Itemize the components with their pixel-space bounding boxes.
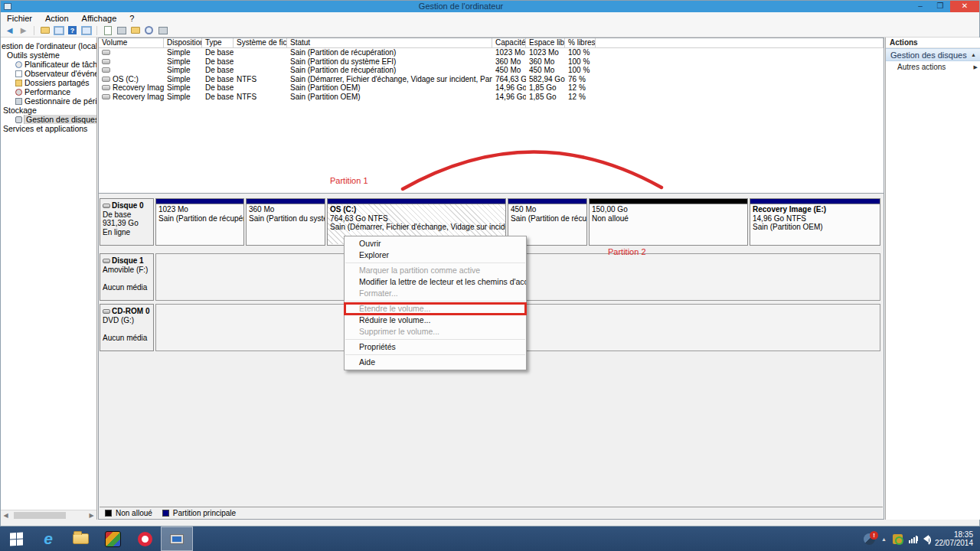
taskbar-opera-button[interactable] xyxy=(129,527,161,551)
tree-item-gestionnaire-peripheriques[interactable]: Gestionnaire de périphériques xyxy=(1,96,96,106)
tree-item-observateur[interactable]: Observateur d'événements xyxy=(1,69,96,78)
actions-pane-icon[interactable] xyxy=(80,25,92,36)
tree-item-planificateur[interactable]: Planificateur de tâches xyxy=(1,60,96,69)
menu-item-formater: Formater... xyxy=(345,288,526,299)
disk-type: De base xyxy=(103,210,151,220)
menu-item-aide[interactable]: Aide xyxy=(345,357,526,368)
table-row[interactable]: Recovery Image (E:) Simple De base Sain … xyxy=(99,83,884,93)
partition-recovery-1023[interactable]: 1023 Mo Sain (Partition de récupération) xyxy=(155,198,244,246)
menu-item-supprimer-volume: Supprimer le volume... xyxy=(345,326,526,337)
taskbar-explorer-button[interactable] xyxy=(64,527,96,551)
table-row[interactable]: OS (C:) Simple De base NTFS Sain (Démarr… xyxy=(99,75,884,84)
legend-label: Non alloué xyxy=(116,509,152,517)
col-filesystem[interactable]: Système de fichiers xyxy=(234,38,287,47)
table-row[interactable]: Simple De base Sain (Partition de récupé… xyxy=(99,48,884,57)
col-pct-libres[interactable]: % libres xyxy=(565,38,596,47)
menu-item-explorer[interactable]: Explorer xyxy=(345,249,526,261)
refresh-icon[interactable] xyxy=(102,25,113,36)
menu-fichier[interactable]: Fichier xyxy=(7,14,32,23)
col-capacite[interactable]: Capacité xyxy=(492,38,526,47)
tree-item-outils-systeme[interactable]: Outils système xyxy=(1,51,96,60)
table-row[interactable]: Simple De base Sain (Partition de récupé… xyxy=(99,66,884,75)
tree-item-gestion-des-disques[interactable]: Gestion des disques xyxy=(1,115,96,124)
scrollbar-thumb[interactable] xyxy=(14,512,66,519)
hidden-icons-chevron[interactable]: ▲ xyxy=(881,536,887,542)
disk-icon xyxy=(15,116,22,123)
menu-action[interactable]: Action xyxy=(45,14,69,23)
close-button[interactable]: ✕ xyxy=(950,1,979,12)
actions-item-autres-actions[interactable]: Autres actions ▶ xyxy=(886,61,980,73)
partition-color-bar xyxy=(156,199,243,204)
scroll-right-icon[interactable]: ▶ xyxy=(87,510,96,520)
taskbar-ie-button[interactable]: e xyxy=(32,527,64,551)
menu-help[interactable]: ? xyxy=(129,14,134,23)
menu-item-ouvrir[interactable]: Ouvrir xyxy=(345,238,526,249)
tree-item-stockage[interactable]: Stockage xyxy=(1,106,96,115)
start-button[interactable] xyxy=(0,527,32,551)
disk-label-cdrom0[interactable]: CD-ROM 0 DVD (G:) Aucun média xyxy=(100,304,154,351)
collapse-icon[interactable]: ▲ xyxy=(971,52,976,57)
cdrom-icon xyxy=(103,309,110,314)
time-text: 18:35 xyxy=(935,530,973,539)
menu-item-proprietes[interactable]: Propriétés xyxy=(345,341,526,353)
tree-item-root[interactable]: estion de l'ordinateur (local) xyxy=(1,41,96,51)
console-tree-icon[interactable] xyxy=(53,25,64,36)
taskbar-color-app-button[interactable] xyxy=(96,527,129,551)
tree-horizontal-scrollbar[interactable]: ◀ ▶ xyxy=(1,510,96,520)
windows-logo-icon xyxy=(10,532,23,546)
title-bar[interactable]: Gestion de l'ordinateur – ❐ ✕ xyxy=(1,1,979,12)
minimize-button[interactable]: – xyxy=(910,1,930,12)
open-folder-icon[interactable] xyxy=(129,25,141,36)
partition-recovery-image[interactable]: Recovery Image (E:) 14,96 Go NTFS Sain (… xyxy=(750,198,880,246)
volume-icon[interactable] xyxy=(923,535,929,543)
window-title: Gestion de l'ordinateur xyxy=(11,1,910,12)
clock[interactable]: 18:35 22/07/2014 xyxy=(935,530,973,547)
toolbar: ◀ ▶ ? xyxy=(1,24,979,37)
action-center-icon[interactable]: ! xyxy=(864,533,875,545)
col-type[interactable]: Type xyxy=(202,38,234,47)
menu-item-reduire-volume[interactable]: Réduire le volume... xyxy=(345,315,526,326)
volume-icon xyxy=(102,94,110,99)
search-icon[interactable] xyxy=(143,25,155,36)
back-icon[interactable]: ◀ xyxy=(4,25,15,36)
taskbar-computer-management-button[interactable] xyxy=(161,527,193,551)
folder-up-icon[interactable] xyxy=(39,25,51,36)
menu-separator xyxy=(345,339,525,340)
menu-item-etendre-volume: Étendre le volume... xyxy=(345,303,526,315)
col-volume[interactable]: Volume xyxy=(99,38,164,47)
forward-icon[interactable]: ▶ xyxy=(18,25,29,36)
device-manager-icon xyxy=(15,98,22,105)
volume-icon xyxy=(102,67,110,73)
disk-label-disque1[interactable]: Disque 1 Amovible (F:) Aucun média xyxy=(100,253,154,301)
help-icon[interactable]: ? xyxy=(67,25,78,36)
partition-unallocated[interactable]: 150,00 Go Non alloué xyxy=(589,198,748,246)
properties-icon[interactable] xyxy=(116,25,127,36)
tree-item-dossiers-partages[interactable]: Dossiers partagés xyxy=(1,78,96,87)
partition-color-bar xyxy=(750,199,880,204)
settings-icon[interactable] xyxy=(157,25,168,36)
col-statut[interactable]: Statut xyxy=(287,38,492,47)
tree-item-services-applications[interactable]: Services et applications xyxy=(1,124,96,133)
internet-explorer-icon: e xyxy=(44,531,53,546)
table-row[interactable]: Simple De base Sain (Partition du systèm… xyxy=(99,57,884,67)
actions-group-gestion-des-disques[interactable]: Gestion des disques ▲ xyxy=(886,48,980,61)
restore-button[interactable]: ❐ xyxy=(930,1,950,12)
console-tree: estion de l'ordinateur (local) Outils sy… xyxy=(1,37,97,520)
volume-icon xyxy=(102,77,110,82)
update-tray-icon[interactable] xyxy=(893,534,903,544)
submenu-arrow-icon: ▶ xyxy=(974,64,978,70)
partition-efi-360[interactable]: 360 Mo Sain (Partition du système xyxy=(246,198,325,246)
tree-item-performance[interactable]: Performance xyxy=(1,87,96,96)
partition-color-bar xyxy=(328,199,505,204)
table-row[interactable]: Recovery Image (E:) Simple De base NTFS … xyxy=(99,93,884,102)
menu-affichage[interactable]: Affichage xyxy=(82,14,117,23)
scroll-left-icon[interactable]: ◀ xyxy=(1,510,11,520)
menu-bar: Fichier Action Affichage ? xyxy=(1,12,979,24)
disk-label-disque0[interactable]: Disque 0 De base 931,39 Go En ligne xyxy=(100,198,154,246)
disk-size: 931,39 Go xyxy=(103,219,151,228)
col-espace-libre[interactable]: Espace libre xyxy=(526,38,565,47)
menu-item-modifier-lettre[interactable]: Modifier la lettre de lecteur et les che… xyxy=(345,276,526,288)
legend-label: Partition principale xyxy=(173,509,236,517)
col-disposition[interactable]: Disposition xyxy=(164,38,202,47)
col-filler xyxy=(596,38,884,47)
